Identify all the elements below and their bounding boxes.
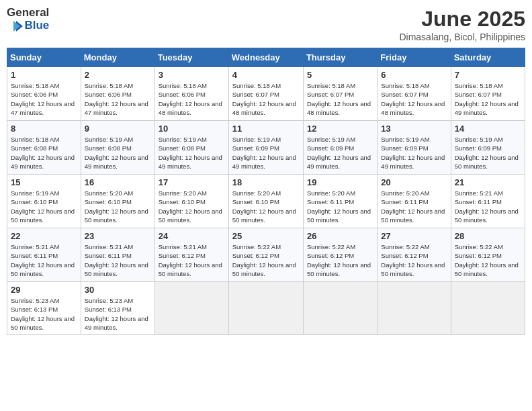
day-number: 23 [85, 231, 151, 241]
day-info: Sunrise: 5:20 AM Sunset: 6:11 PM Dayligh… [381, 189, 447, 224]
table-row: 26 Sunrise: 5:22 AM Sunset: 6:12 PM Dayl… [303, 228, 377, 282]
table-row: 27 Sunrise: 5:22 AM Sunset: 6:12 PM Dayl… [378, 228, 451, 282]
day-number: 7 [455, 70, 521, 80]
day-info: Sunrise: 5:23 AM Sunset: 6:13 PM Dayligh… [11, 296, 77, 332]
day-info: Sunrise: 5:21 AM Sunset: 6:11 PM Dayligh… [85, 242, 151, 278]
day-info: Sunrise: 5:18 AM Sunset: 6:06 PM Dayligh… [11, 81, 77, 117]
day-info: Sunrise: 5:18 AM Sunset: 6:07 PM Dayligh… [455, 81, 521, 117]
table-row: 25 Sunrise: 5:22 AM Sunset: 6:12 PM Dayl… [228, 228, 303, 282]
day-number: 25 [232, 231, 300, 241]
table-row [228, 282, 303, 335]
day-number: 28 [455, 231, 521, 241]
day-info: Sunrise: 5:22 AM Sunset: 6:12 PM Dayligh… [232, 242, 300, 278]
day-info: Sunrise: 5:20 AM Sunset: 6:10 PM Dayligh… [85, 189, 151, 224]
table-row: 14 Sunrise: 5:19 AM Sunset: 6:09 PM Dayl… [451, 121, 525, 175]
day-info: Sunrise: 5:18 AM Sunset: 6:06 PM Dayligh… [85, 81, 151, 117]
table-row: 7 Sunrise: 5:18 AM Sunset: 6:07 PM Dayli… [451, 67, 525, 121]
table-row: 4 Sunrise: 5:18 AM Sunset: 6:07 PM Dayli… [228, 67, 303, 121]
day-number: 3 [159, 70, 225, 80]
table-row: 18 Sunrise: 5:20 AM Sunset: 6:10 PM Dayl… [228, 175, 303, 228]
day-number: 1 [11, 70, 77, 80]
day-number: 29 [11, 285, 77, 295]
day-number: 26 [307, 231, 373, 241]
table-row [303, 282, 377, 335]
table-row: 1 Sunrise: 5:18 AM Sunset: 6:06 PM Dayli… [7, 67, 81, 121]
table-row: 17 Sunrise: 5:20 AM Sunset: 6:10 PM Dayl… [154, 175, 228, 228]
table-row: 19 Sunrise: 5:20 AM Sunset: 6:11 PM Dayl… [303, 175, 377, 228]
day-number: 18 [232, 177, 300, 187]
day-number: 24 [159, 231, 225, 241]
day-info: Sunrise: 5:20 AM Sunset: 6:11 PM Dayligh… [307, 189, 373, 224]
day-info: Sunrise: 5:21 AM Sunset: 6:12 PM Dayligh… [159, 242, 225, 278]
day-info: Sunrise: 5:18 AM Sunset: 6:08 PM Dayligh… [11, 135, 77, 171]
day-info: Sunrise: 5:19 AM Sunset: 6:08 PM Dayligh… [85, 135, 151, 171]
day-number: 20 [381, 177, 447, 187]
header-sunday: Sunday [7, 48, 81, 67]
day-number: 6 [381, 70, 447, 80]
table-row: 6 Sunrise: 5:18 AM Sunset: 6:07 PM Dayli… [378, 67, 451, 121]
day-info: Sunrise: 5:19 AM Sunset: 6:08 PM Dayligh… [159, 135, 225, 171]
day-info: Sunrise: 5:22 AM Sunset: 6:12 PM Dayligh… [381, 242, 447, 278]
day-info: Sunrise: 5:18 AM Sunset: 6:06 PM Dayligh… [159, 81, 225, 117]
day-number: 11 [232, 124, 300, 134]
day-number: 4 [232, 70, 300, 80]
day-info: Sunrise: 5:19 AM Sunset: 6:10 PM Dayligh… [11, 189, 77, 224]
logo-icon [11, 19, 24, 33]
day-number: 14 [455, 124, 521, 134]
header-friday: Friday [378, 48, 451, 67]
day-number: 16 [85, 177, 151, 187]
day-info: Sunrise: 5:22 AM Sunset: 6:12 PM Dayligh… [455, 242, 521, 278]
table-row [378, 282, 451, 335]
day-info: Sunrise: 5:21 AM Sunset: 6:11 PM Dayligh… [455, 189, 521, 224]
table-row: 28 Sunrise: 5:22 AM Sunset: 6:12 PM Dayl… [451, 228, 525, 282]
day-info: Sunrise: 5:19 AM Sunset: 6:09 PM Dayligh… [381, 135, 447, 171]
day-info: Sunrise: 5:18 AM Sunset: 6:07 PM Dayligh… [307, 81, 373, 117]
table-row: 24 Sunrise: 5:21 AM Sunset: 6:12 PM Dayl… [154, 228, 228, 282]
day-number: 15 [11, 177, 77, 187]
day-number: 22 [11, 231, 77, 241]
header-monday: Monday [81, 48, 154, 67]
logo-general: General [7, 7, 49, 19]
day-number: 21 [455, 177, 521, 187]
header-saturday: Saturday [451, 48, 525, 67]
day-number: 17 [159, 177, 225, 187]
day-info: Sunrise: 5:20 AM Sunset: 6:10 PM Dayligh… [159, 189, 225, 224]
day-number: 2 [85, 70, 151, 80]
table-row: 10 Sunrise: 5:19 AM Sunset: 6:08 PM Dayl… [154, 121, 228, 175]
table-row: 8 Sunrise: 5:18 AM Sunset: 6:08 PM Dayli… [7, 121, 81, 175]
day-number: 5 [307, 70, 373, 80]
location-title: Dimasalang, Bicol, Philippines [399, 32, 525, 42]
table-row: 29 Sunrise: 5:23 AM Sunset: 6:13 PM Dayl… [7, 282, 81, 335]
day-number: 12 [307, 124, 373, 134]
day-number: 13 [381, 124, 447, 134]
table-row: 12 Sunrise: 5:19 AM Sunset: 6:09 PM Dayl… [303, 121, 377, 175]
table-row: 21 Sunrise: 5:21 AM Sunset: 6:11 PM Dayl… [451, 175, 525, 228]
table-row: 3 Sunrise: 5:18 AM Sunset: 6:06 PM Dayli… [154, 67, 228, 121]
table-row: 15 Sunrise: 5:19 AM Sunset: 6:10 PM Dayl… [7, 175, 81, 228]
header-thursday: Thursday [303, 48, 377, 67]
table-row: 23 Sunrise: 5:21 AM Sunset: 6:11 PM Dayl… [81, 228, 154, 282]
header-tuesday: Tuesday [154, 48, 228, 67]
day-info: Sunrise: 5:18 AM Sunset: 6:07 PM Dayligh… [381, 81, 447, 117]
table-row [451, 282, 525, 335]
month-title: June 2025 [399, 7, 525, 32]
table-row: 30 Sunrise: 5:23 AM Sunset: 6:13 PM Dayl… [81, 282, 154, 335]
table-row: 20 Sunrise: 5:20 AM Sunset: 6:11 PM Dayl… [378, 175, 451, 228]
day-info: Sunrise: 5:19 AM Sunset: 6:09 PM Dayligh… [307, 135, 373, 171]
table-row: 11 Sunrise: 5:19 AM Sunset: 6:09 PM Dayl… [228, 121, 303, 175]
table-row: 16 Sunrise: 5:20 AM Sunset: 6:10 PM Dayl… [81, 175, 154, 228]
day-info: Sunrise: 5:20 AM Sunset: 6:10 PM Dayligh… [232, 189, 300, 224]
day-number: 9 [85, 124, 151, 134]
day-info: Sunrise: 5:18 AM Sunset: 6:07 PM Dayligh… [232, 81, 300, 117]
header-wednesday: Wednesday [228, 48, 303, 67]
table-row: 13 Sunrise: 5:19 AM Sunset: 6:09 PM Dayl… [378, 121, 451, 175]
day-number: 8 [11, 124, 77, 134]
table-row: 22 Sunrise: 5:21 AM Sunset: 6:11 PM Dayl… [7, 228, 81, 282]
logo: General Blue [7, 7, 49, 33]
table-row [154, 282, 228, 335]
header-row: Sunday Monday Tuesday Wednesday Thursday… [7, 48, 525, 67]
day-number: 10 [159, 124, 225, 134]
day-info: Sunrise: 5:21 AM Sunset: 6:11 PM Dayligh… [11, 242, 77, 278]
day-info: Sunrise: 5:19 AM Sunset: 6:09 PM Dayligh… [232, 135, 300, 171]
day-number: 30 [85, 285, 151, 295]
